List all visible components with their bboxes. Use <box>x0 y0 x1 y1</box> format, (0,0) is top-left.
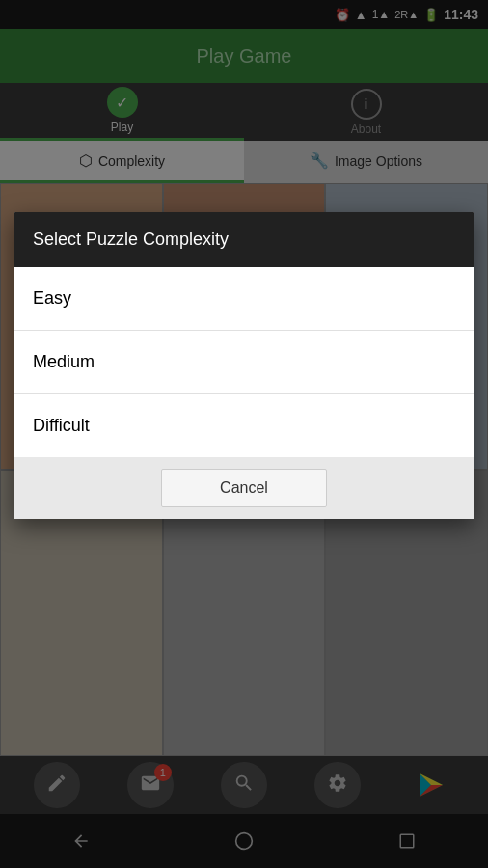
dialog-options: Easy Medium Difficult <box>14 267 474 457</box>
cancel-button[interactable]: Cancel <box>161 469 327 507</box>
dialog-title: Select Puzzle Complexity <box>14 212 474 267</box>
complexity-dialog: Select Puzzle Complexity Easy Medium Dif… <box>14 212 474 519</box>
dialog-footer: Cancel <box>14 457 474 519</box>
option-medium[interactable]: Medium <box>14 331 474 394</box>
option-easy[interactable]: Easy <box>14 267 474 331</box>
option-difficult[interactable]: Difficult <box>14 394 474 457</box>
